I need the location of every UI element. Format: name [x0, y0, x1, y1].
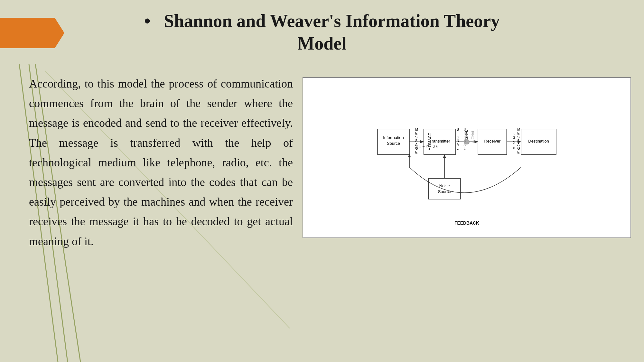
svg-text:Transmitter: Transmitter [429, 139, 450, 144]
svg-text:Receiver: Receiver [484, 139, 501, 144]
main-content: According, to this model the process of … [19, 74, 631, 349]
bullet-point: • [144, 11, 151, 31]
svg-text:S
          I
          G
    : S I G N A L [464, 127, 468, 150]
svg-text:S
          I
          G
    : S I G N A L [457, 127, 461, 150]
shannon-weaver-diagram: Information Source Transmitter Receiver … [303, 77, 631, 238]
svg-text:Noise: Noise [439, 183, 450, 188]
svg-text:S: S [425, 145, 429, 148]
svg-text:MESSAGE: MESSAGE [512, 132, 516, 150]
svg-text:Information: Information [383, 135, 404, 140]
body-text: According, to this model the process of … [19, 74, 293, 349]
slide-title: • Shannon and Weaver's Information Theor… [64, 10, 580, 55]
svg-text:Source: Source [438, 189, 451, 194]
slide-header: • Shannon and Weaver's Information Theor… [0, 10, 644, 55]
title-text-line1: Shannon and Weaver's Information Theory [164, 11, 500, 31]
svg-text:S: S [422, 145, 425, 148]
title-text-line2: Model [297, 33, 346, 53]
svg-text:A: A [428, 145, 432, 148]
svg-text:M
          E
          S
    : M E S S A G E [517, 127, 521, 154]
svg-text:FEEDBACK: FEEDBACK [454, 220, 479, 226]
svg-text:Destination: Destination [528, 139, 549, 144]
diagram-svg: Information Source Transmitter Receiver … [310, 84, 624, 231]
svg-rect-13 [429, 178, 461, 199]
svg-text:SIGNAL: SIGNAL [471, 130, 475, 143]
svg-text:M
          E
          S
    : M E S S A G E [415, 127, 419, 154]
diagram-container: Information Source Transmitter Receiver … [303, 74, 631, 349]
svg-text:G: G [432, 145, 435, 148]
svg-text:E: E [435, 145, 439, 148]
svg-text:Source: Source [387, 141, 400, 146]
